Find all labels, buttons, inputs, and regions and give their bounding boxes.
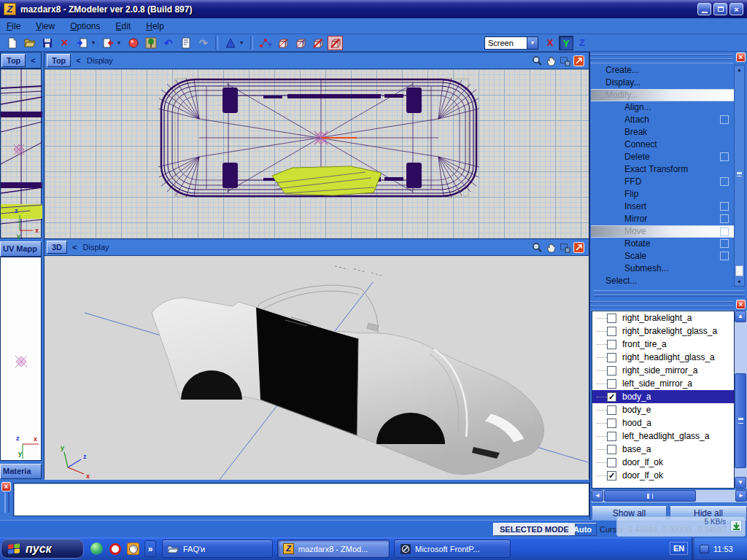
zoom-extents-icon[interactable] xyxy=(559,241,570,253)
object-checkbox[interactable] xyxy=(607,340,616,349)
scroll-up-icon[interactable]: ▲ xyxy=(735,311,746,322)
object-checkbox[interactable] xyxy=(607,445,616,454)
viewport-3d-tab[interactable]: 3D xyxy=(47,241,67,254)
object-item[interactable]: right_headlight_glass_a xyxy=(592,351,734,364)
commands-panel-handle[interactable] xyxy=(590,52,747,63)
collapse-button[interactable]: < xyxy=(26,55,39,66)
zoom-extents-icon[interactable] xyxy=(559,55,570,66)
object-checkbox[interactable] xyxy=(607,379,616,389)
cone-dropdown-icon[interactable]: ▾ xyxy=(240,39,246,46)
menu-edit[interactable]: Edit xyxy=(116,21,131,31)
command-item[interactable]: Flip xyxy=(591,188,735,201)
clock-launcher-icon[interactable] xyxy=(126,542,140,556)
command-item[interactable]: Display... xyxy=(591,77,735,89)
command-checkbox[interactable] xyxy=(720,228,729,236)
export-icon[interactable] xyxy=(100,36,115,50)
top-view-canvas[interactable] xyxy=(44,69,589,239)
object-item[interactable]: front_tire_a xyxy=(592,338,734,351)
menu-options[interactable]: Options xyxy=(70,21,100,31)
cone-tool-icon[interactable] xyxy=(222,36,238,50)
object-item[interactable]: door_lf_ok xyxy=(592,456,734,469)
object-checkbox[interactable] xyxy=(607,327,616,336)
globe-launcher-icon[interactable] xyxy=(90,542,104,556)
command-item[interactable]: Submesh... xyxy=(591,262,735,275)
object-item[interactable]: right_side_mirror_a xyxy=(592,364,734,377)
display-menu[interactable]: Display xyxy=(85,55,115,66)
object-item[interactable]: body_e xyxy=(592,403,734,416)
menu-file[interactable]: File xyxy=(7,21,20,31)
collapse-button[interactable]: < xyxy=(68,241,81,253)
command-item[interactable]: Rotate xyxy=(591,238,735,250)
cube-tool-1-icon[interactable] xyxy=(275,36,290,50)
object-item[interactable]: left_side_mirror_a xyxy=(592,377,734,390)
tray-app-icon[interactable] xyxy=(700,545,709,553)
taskbar-button-frontpage[interactable]: Microsoft FrontP... xyxy=(394,540,511,558)
object-item[interactable]: base_a xyxy=(592,443,734,456)
command-item[interactable]: Align... xyxy=(591,101,735,114)
notes-icon[interactable] xyxy=(178,36,193,50)
undo-icon[interactable]: ↶ xyxy=(160,36,176,50)
vertices-tool-icon[interactable] xyxy=(258,36,273,50)
command-checkbox[interactable] xyxy=(720,152,729,161)
close-button[interactable]: × xyxy=(729,3,743,15)
viewport-top-tab[interactable]: Top xyxy=(47,54,71,67)
minimize-button[interactable] xyxy=(697,3,711,15)
panel-grip[interactable] xyxy=(4,492,9,513)
object-checkbox[interactable] xyxy=(607,458,616,467)
pan-hand-icon[interactable] xyxy=(545,241,557,253)
command-checkbox[interactable] xyxy=(720,214,729,223)
cube-tool-4-icon[interactable] xyxy=(328,36,343,50)
pan-hand-icon[interactable] xyxy=(545,55,557,66)
axis-x-button[interactable]: X xyxy=(543,36,557,50)
command-item[interactable]: Create... xyxy=(591,64,735,77)
delete-icon[interactable]: × xyxy=(57,36,72,50)
uv-mapper-canvas[interactable]: z x y xyxy=(0,257,42,461)
objects-vscrollbar[interactable]: ▲ ▼ xyxy=(735,311,747,489)
close-icon[interactable] xyxy=(1,482,11,491)
left-mini-viewport[interactable]: z y x xyxy=(0,69,42,238)
auto-button[interactable]: Auto xyxy=(568,523,597,536)
object-checkbox[interactable] xyxy=(607,353,616,362)
object-checkbox[interactable] xyxy=(607,471,616,481)
language-indicator[interactable]: EN xyxy=(670,542,688,555)
scroll-left-icon[interactable]: ◄ xyxy=(592,490,603,502)
export-dropdown-icon[interactable]: ▾ xyxy=(117,39,123,46)
scrollbar-thumb[interactable] xyxy=(604,490,696,502)
scrollbar-thumb[interactable] xyxy=(735,265,743,276)
object-checkbox[interactable] xyxy=(607,405,616,415)
command-item[interactable]: Delete xyxy=(591,151,735,163)
axis-y-button[interactable]: Y xyxy=(559,36,573,50)
scroll-down-icon[interactable]: ▼ xyxy=(735,278,744,286)
scrollbar-thumb[interactable] xyxy=(735,373,746,468)
object-checkbox[interactable] xyxy=(607,392,616,402)
command-checkbox[interactable] xyxy=(720,239,729,248)
object-checkbox[interactable] xyxy=(607,314,616,323)
menu-view[interactable]: View xyxy=(36,21,55,31)
command-item[interactable]: Select... xyxy=(591,275,735,287)
object-item[interactable]: right_brakelight_a xyxy=(592,311,734,324)
close-icon[interactable] xyxy=(736,52,746,62)
command-item[interactable]: Insert xyxy=(591,201,735,213)
command-item[interactable]: Exact Transform xyxy=(591,163,735,176)
scroll-up-icon[interactable]: ▲ xyxy=(735,66,744,74)
zoom-icon[interactable] xyxy=(531,55,543,66)
close-icon[interactable] xyxy=(736,300,746,309)
scroll-down-icon[interactable]: ▼ xyxy=(735,477,746,489)
download-icon[interactable] xyxy=(730,520,742,532)
command-checkbox[interactable] xyxy=(720,115,729,124)
object-checkbox[interactable] xyxy=(607,366,616,376)
tab-materials[interactable]: Materia xyxy=(0,464,42,479)
save-icon[interactable] xyxy=(39,36,55,50)
environment-icon[interactable] xyxy=(143,36,158,50)
redo-icon[interactable]: ↷ xyxy=(196,36,211,50)
opera-launcher-icon[interactable] xyxy=(108,542,122,556)
screen-mode-select[interactable]: Screen ▼ xyxy=(484,36,538,50)
command-item[interactable]: Mirror xyxy=(591,213,735,225)
start-button[interactable]: пуск xyxy=(1,539,84,559)
import-dropdown-icon[interactable]: ▾ xyxy=(92,39,98,46)
3d-view-canvas[interactable]: y z x xyxy=(44,256,589,480)
command-checkbox[interactable] xyxy=(720,202,729,211)
command-item[interactable]: Scale xyxy=(591,250,735,262)
command-checkbox[interactable] xyxy=(720,177,729,186)
output-log[interactable] xyxy=(13,483,589,516)
